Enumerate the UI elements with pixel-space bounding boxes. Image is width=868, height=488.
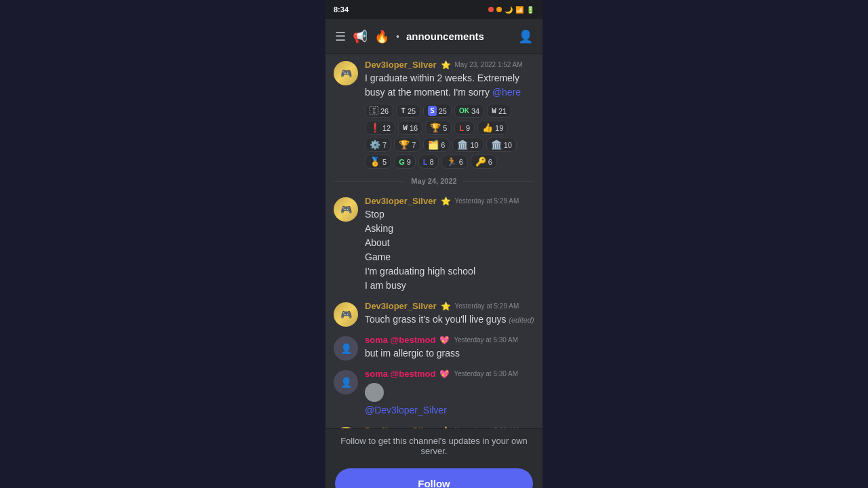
message-block: 🎮 Dev3loper_Silver ⭐ May 23, 2022 1:52 A… <box>326 54 542 171</box>
profile-icon[interactable]: 👤 <box>518 29 533 44</box>
message-content: Dev3loper_Silver ⭐ Yesterday at 5:29 AM … <box>365 196 534 293</box>
channel-emoji: 📢 <box>353 29 368 44</box>
reaction[interactable]: ❗12 <box>365 121 395 135</box>
reaction[interactable]: 👍19 <box>477 121 508 135</box>
username: soma @bestmod <box>365 335 435 345</box>
avatar-image: 🎮 <box>334 302 358 327</box>
timestamp: Yesterday at 5:30 AM <box>454 370 518 378</box>
message-content: Dev3loper_Silver ⭐ Yesterday at 5:30 AM <box>365 426 534 428</box>
reaction[interactable]: 🔑6 <box>471 155 497 169</box>
avatar: 👤 <box>334 336 358 361</box>
status-indicators: 🌙 📶 🔋 <box>488 6 534 14</box>
message-content: soma @bestmod 💖 Yesterday at 5:30 AM @De… <box>365 369 534 418</box>
timestamp: Yesterday at 5:30 AM <box>454 336 518 344</box>
reaction[interactable]: 🏛️10 <box>486 138 517 152</box>
message-content: Dev3loper_Silver ⭐ May 23, 2022 1:52 AM … <box>365 60 534 169</box>
reactions-grid: 🇮26 T25 S25 OK34 W21 ❗12 W16 🏆5 L9 👍19 ⚙… <box>365 104 534 169</box>
reaction[interactable]: 🏅5 <box>365 155 391 169</box>
channel-dot: • <box>396 31 399 42</box>
signal-icon: 📶 <box>515 6 524 14</box>
message-header: Dev3loper_Silver ⭐ Yesterday at 5:30 AM <box>365 426 534 428</box>
reaction[interactable]: S25 <box>423 104 452 118</box>
reaction[interactable]: 🏛️10 <box>452 138 483 152</box>
badge-star: ⭐ <box>441 302 451 311</box>
badge: 💖 <box>439 336 450 345</box>
message-header: Dev3loper_Silver ⭐ May 23, 2022 1:52 AM <box>365 60 534 70</box>
username: Dev3loper_Silver <box>365 196 437 206</box>
message-text: @Dev3loper_Silver <box>365 403 534 418</box>
message-block: 👤 soma @bestmod 💖 Yesterday at 5:30 AM b… <box>326 329 542 363</box>
reaction[interactable]: ⚙️7 <box>365 138 391 152</box>
username: Dev3loper_Silver <box>365 301 437 311</box>
timestamp: May 23, 2022 1:52 AM <box>455 61 523 68</box>
message-header: Dev3loper_Silver ⭐ Yesterday at 5:29 AM <box>365 301 534 311</box>
avatar: 🎮 <box>334 427 358 428</box>
reaction[interactable]: T25 <box>396 104 420 118</box>
reaction[interactable]: L9 <box>454 121 475 135</box>
message-content: Dev3loper_Silver ⭐ Yesterday at 5:29 AM … <box>365 301 534 327</box>
message-text: but im allergic to grass <box>365 346 534 361</box>
avatar-image: 🎮 <box>334 197 358 222</box>
divider-line <box>334 181 406 182</box>
reaction[interactable]: 🗂️6 <box>423 138 450 152</box>
username: soma @bestmod <box>365 369 435 379</box>
avatar-image: 👤 <box>334 336 358 361</box>
avatar: 🎮 <box>334 197 358 222</box>
avatar: 👤 <box>334 370 358 394</box>
message-block: 🎮 Dev3loper_Silver ⭐ Yesterday at 5:29 A… <box>326 296 542 329</box>
loading-spinner <box>365 383 384 402</box>
follow-button[interactable]: Follow <box>335 468 533 488</box>
reaction[interactable]: 🏆7 <box>394 138 420 152</box>
badge-star: ⭐ <box>441 60 451 70</box>
reaction[interactable]: G9 <box>394 155 416 169</box>
phone-frame: 8:34 🌙 📶 🔋 ☰ 📢 🔥 • announcements 👤 🎮 Dev… <box>326 0 542 488</box>
message-block: 👤 soma @bestmod 💖 Yesterday at 5:30 AM @… <box>326 363 542 420</box>
status-dot-yellow <box>496 6 502 14</box>
menu-icon[interactable]: ☰ <box>335 29 346 44</box>
time: 8:34 <box>334 5 349 14</box>
battery-icon: 🔋 <box>526 6 534 14</box>
edited-tag: (edited) <box>509 316 534 324</box>
reaction[interactable]: W21 <box>487 104 511 118</box>
reaction[interactable]: OK34 <box>454 104 484 118</box>
timestamp: Yesterday at 5:29 AM <box>455 302 519 310</box>
date-divider: May 24, 2022 <box>326 171 542 190</box>
reaction[interactable]: 🏃6 <box>441 155 468 169</box>
chat-area[interactable]: 🎮 Dev3loper_Silver ⭐ May 23, 2022 1:52 A… <box>326 54 542 428</box>
message-content: soma @bestmod 💖 Yesterday at 5:30 AM but… <box>365 335 534 361</box>
message-block: 🎮 Dev3loper_Silver ⭐ Yesterday at 5:30 A… <box>326 420 542 428</box>
avatar-image: 👤 <box>334 370 358 394</box>
message-header: Dev3loper_Silver ⭐ Yesterday at 5:29 AM <box>365 196 534 206</box>
message-text: StopAskingAboutGameI'm graduating high s… <box>365 207 534 293</box>
channel-name: announcements <box>406 30 511 42</box>
date-text: May 24, 2022 <box>411 177 456 185</box>
top-bar: ☰ 📢 🔥 • announcements 👤 <box>326 19 542 54</box>
divider-line <box>462 181 534 182</box>
badge-star: ⭐ <box>441 197 451 206</box>
badge: 💖 <box>439 369 450 379</box>
message-header: soma @bestmod 💖 Yesterday at 5:30 AM <box>365 369 534 402</box>
message-block: 🎮 Dev3loper_Silver ⭐ Yesterday at 5:29 A… <box>326 190 542 296</box>
reaction[interactable]: 🏆5 <box>425 121 452 135</box>
follow-banner: Follow to get this channel's updates in … <box>326 428 542 463</box>
moon-icon: 🌙 <box>505 6 513 14</box>
message-text: Touch grass it's ok you'll live guys (ed… <box>365 312 534 327</box>
status-dot-red <box>488 6 494 14</box>
badge-star: ⭐ <box>441 426 451 429</box>
follow-banner-text: Follow to get this channel's updates in … <box>340 436 528 456</box>
avatar-image: 🎮 <box>334 427 358 428</box>
timestamp: Yesterday at 5:29 AM <box>455 197 519 205</box>
username: Dev3loper_Silver <box>365 426 437 428</box>
flame-icon: 🔥 <box>374 29 389 44</box>
avatar-image: 🎮 <box>334 61 358 85</box>
message-header: soma @bestmod 💖 Yesterday at 5:30 AM <box>365 335 534 345</box>
avatar: 🎮 <box>334 302 358 327</box>
reaction[interactable]: 🇮26 <box>365 104 393 118</box>
follow-button-container: Follow <box>326 463 542 488</box>
mention: @Dev3loper_Silver <box>365 405 447 415</box>
timestamp: Yesterday at 5:30 AM <box>455 427 519 428</box>
reaction[interactable]: W16 <box>398 121 422 135</box>
message-text: I graduate within 2 weeks. Extremely bus… <box>365 71 534 100</box>
mention: @here <box>492 87 521 98</box>
reaction[interactable]: L8 <box>418 155 439 169</box>
